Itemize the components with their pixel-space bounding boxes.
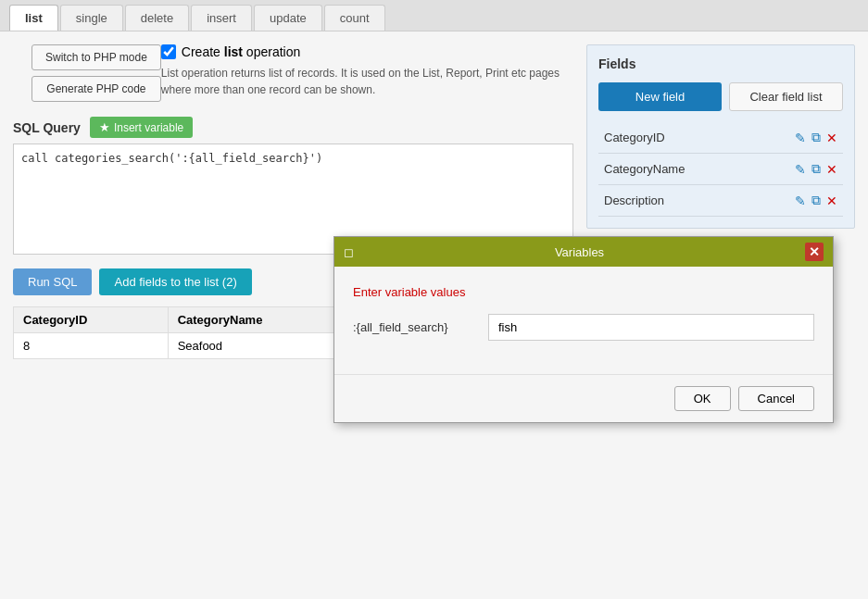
dialog-subtitle: Enter variable values <box>353 285 814 299</box>
insert-variable-label: Insert variable <box>114 121 183 134</box>
field-icons-categoryid: ✎ ⧉ ✕ <box>795 130 837 145</box>
create-operation-label: Create list operation <box>182 44 300 59</box>
dialog-body: Enter variable values :{all_field_search… <box>334 267 833 374</box>
field-edit-icon-description[interactable]: ✎ <box>795 193 806 208</box>
new-field-button[interactable]: New field <box>598 82 722 111</box>
field-delete-icon-description[interactable]: ✕ <box>826 193 837 208</box>
tab-delete[interactable]: delete <box>125 5 189 31</box>
tab-list[interactable]: list <box>9 5 58 31</box>
create-operation-checkbox[interactable] <box>161 44 176 59</box>
field-copy-icon-categoryname[interactable]: ⧉ <box>811 161 821 177</box>
field-delete-icon-categoryname[interactable]: ✕ <box>826 162 837 177</box>
dialog-footer: OK Cancel <box>334 374 833 422</box>
operation-description: List operation returns list of records. … <box>161 65 573 98</box>
field-icons-description: ✎ ⧉ ✕ <box>795 193 837 208</box>
cell-categoryname: Seafood <box>168 333 360 359</box>
tab-update[interactable]: update <box>254 5 322 31</box>
tab-count[interactable]: count <box>324 5 385 31</box>
dialog-titlebar-icon: ◻ <box>344 245 354 259</box>
sql-query-header: SQL Query ★ Insert variable <box>13 117 573 138</box>
field-name-categoryid: CategoryID <box>604 131 795 144</box>
field-name-categoryname: CategoryName <box>604 162 795 176</box>
col-header-categoryid: CategoryID <box>14 307 169 333</box>
field-row-categoryname: CategoryName ✎ ⧉ ✕ <box>598 154 843 185</box>
field-row-description: Description ✎ ⧉ ✕ <box>598 185 843 217</box>
variable-value-input[interactable] <box>488 314 814 341</box>
col-header-categoryname: CategoryName <box>168 307 360 333</box>
create-operation-row: Create list operation <box>161 44 573 59</box>
cell-categoryid: 8 <box>14 333 169 359</box>
dialog-close-button[interactable]: ✕ <box>805 243 824 261</box>
dialog-cancel-button[interactable]: Cancel <box>738 386 814 411</box>
clear-field-list-button[interactable]: Clear field list <box>729 82 843 111</box>
field-copy-icon-description[interactable]: ⧉ <box>811 193 821 208</box>
field-row-categoryid: CategoryID ✎ ⧉ ✕ <box>598 122 843 154</box>
insert-variable-button[interactable]: ★ Insert variable <box>90 117 193 138</box>
main-container: list single delete insert update count S… <box>0 0 868 599</box>
fields-panel-title: Fields <box>598 56 843 71</box>
star-icon: ★ <box>99 120 110 134</box>
switch-to-php-button[interactable]: Switch to PHP mode <box>31 44 161 70</box>
right-buttons: Switch to PHP mode Generate PHP code <box>31 44 161 102</box>
variables-dialog: ◻ Variables ✕ Enter variable values :{al… <box>333 236 834 423</box>
dialog-ok-button[interactable]: OK <box>674 386 731 411</box>
tabs-bar: list single delete insert update count <box>0 0 868 31</box>
fields-panel: Fields New field Clear field list Catego… <box>586 44 855 229</box>
run-sql-button[interactable]: Run SQL <box>13 268 92 295</box>
field-name-description: Description <box>604 193 795 207</box>
sql-query-title: SQL Query <box>13 120 81 135</box>
tab-insert[interactable]: insert <box>191 5 252 31</box>
fields-panel-buttons: New field Clear field list <box>598 82 843 111</box>
add-fields-button[interactable]: Add fields to the list (2) <box>99 268 251 295</box>
dialog-title: Variables <box>555 245 604 259</box>
dialog-variable-row: :{all_field_search} <box>353 314 814 341</box>
field-icons-categoryname: ✎ ⧉ ✕ <box>795 161 837 177</box>
field-copy-icon-categoryid[interactable]: ⧉ <box>811 130 821 145</box>
generate-php-button[interactable]: Generate PHP code <box>31 76 161 102</box>
operation-type-bold: list <box>224 44 243 59</box>
dialog-titlebar: ◻ Variables ✕ <box>334 237 833 267</box>
variable-name-label: :{all_field_search} <box>353 320 473 334</box>
field-edit-icon-categoryname[interactable]: ✎ <box>795 162 806 177</box>
tab-single[interactable]: single <box>60 5 123 31</box>
field-delete-icon-categoryid[interactable]: ✕ <box>826 131 837 145</box>
top-header-row: Switch to PHP mode Generate PHP code Cre… <box>13 44 573 107</box>
field-edit-icon-categoryid[interactable]: ✎ <box>795 131 806 145</box>
